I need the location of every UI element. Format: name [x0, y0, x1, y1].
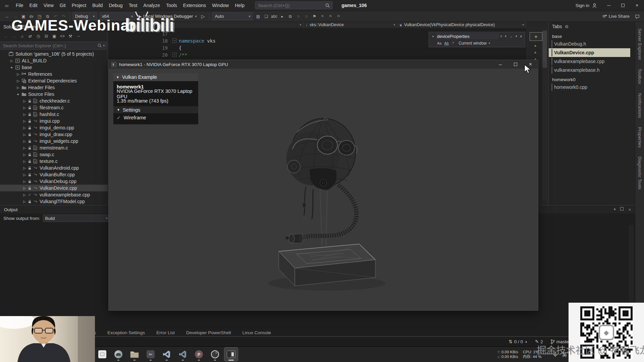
- spell-check-icon[interactable]: abc: [270, 13, 278, 20]
- tree-item[interactable]: ▷⁺+VulkanDebug.cpp: [0, 178, 108, 185]
- expand-closed-icon[interactable]: ▷: [22, 139, 27, 143]
- tree-item[interactable]: ▷cfilestream.c: [0, 104, 108, 111]
- tab-item-vulkanexamplebase-h[interactable]: vulkanexamplebase.h: [549, 66, 630, 74]
- expand-closed-icon[interactable]: ▷: [22, 166, 27, 170]
- maximize-button[interactable]: [616, 0, 630, 11]
- menu-test[interactable]: Test: [126, 0, 141, 11]
- breadcrumb-type-dropdown[interactable]: ↓ vks::VulkanDevice▾: [304, 22, 397, 28]
- start-without-debugging-icon[interactable]: ▷: [199, 12, 207, 20]
- indent-increase-icon[interactable]: ≡: [303, 13, 310, 20]
- find-close-icon[interactable]: ×: [518, 34, 524, 39]
- menu-view[interactable]: View: [41, 0, 57, 11]
- expand-closed-icon[interactable]: ▷: [22, 193, 27, 197]
- find-options-caret-icon[interactable]: ▾: [503, 35, 508, 38]
- sync-status[interactable]: ⇅ 0 / 0▲: [508, 339, 528, 344]
- tree-item[interactable]: ▷⁺+VulkanDevice.cpp: [0, 185, 108, 191]
- expand-closed-icon[interactable]: ▷: [22, 186, 27, 190]
- taskbar-snipping-tool-icon[interactable]: ✂: [144, 348, 157, 361]
- menu-file[interactable]: File: [13, 0, 26, 11]
- tree-item[interactable]: ▷⁺+imgui_widgets.cpp: [0, 138, 108, 144]
- expand-closed-icon[interactable]: ▷: [22, 113, 27, 116]
- solution-search-input[interactable]: [3, 43, 98, 48]
- menu-extensions[interactable]: Extensions: [180, 0, 209, 11]
- taskbar-vscode-icon[interactable]: [160, 348, 173, 361]
- tree-item[interactable]: ▾base: [0, 64, 108, 71]
- panel-tab-error-list[interactable]: Error List: [156, 330, 175, 335]
- fold-icon[interactable]: −: [172, 53, 177, 57]
- watch-scope-dropdown[interactable]: Auto▾: [212, 12, 253, 20]
- taskbar-obs-icon[interactable]: [208, 348, 222, 361]
- expand-closed-icon[interactable]: ▷: [22, 126, 27, 130]
- find-next-icon[interactable]: →: [508, 34, 514, 38]
- menu-debug[interactable]: Debug: [106, 0, 125, 11]
- tree-item[interactable]: ▷cmemstream.c: [0, 144, 108, 151]
- sign-in-link[interactable]: Sign in: [576, 3, 589, 8]
- expand-closed-icon[interactable]: ▷: [15, 86, 21, 89]
- feedback-icon[interactable]: [633, 12, 641, 20]
- tab-item-homework0-cpp[interactable]: homework0.cpp: [549, 83, 630, 92]
- side-tab-notifications[interactable]: Notifications: [637, 93, 642, 118]
- indent-decrease-icon[interactable]: ≡: [294, 13, 302, 20]
- side-tab-toolbox[interactable]: Toolbox: [637, 69, 642, 84]
- vulkan-app-window[interactable]: homework1 - NVIDIA GeForce RTX 3070 Lapt…: [108, 60, 538, 311]
- vulkan-maximize-button[interactable]: [508, 60, 523, 69]
- output-collapse-icon[interactable]: ▾: [614, 207, 616, 212]
- expand-closed-icon[interactable]: ▷: [9, 59, 14, 63]
- expand-closed-icon[interactable]: ▷: [22, 200, 27, 203]
- tree-item[interactable]: ▷ALL_BUILD: [0, 57, 108, 64]
- tree-item[interactable]: ▷⁺+imgui_draw.cpp: [0, 131, 108, 138]
- find-input[interactable]: [436, 33, 499, 39]
- clipboard-icon[interactable]: ▤: [254, 13, 262, 20]
- vulkan-viewport[interactable]: ▼ Vulkan Example homework1 NVIDIA GeForc…: [108, 69, 538, 311]
- find-scope-dropdown[interactable]: Current window▾: [459, 41, 490, 46]
- imgui-collapsing-header[interactable]: ▼ Vulkan Example: [113, 73, 198, 81]
- tree-item[interactable]: ▷⁺+VulkanAndroid.cpp: [0, 165, 108, 171]
- expand-closed-icon[interactable]: ▷: [22, 153, 27, 157]
- taskbar-vulkan-app-icon[interactable]: [224, 348, 238, 361]
- taskbar-file-explorer-icon[interactable]: [128, 348, 141, 361]
- tree-item[interactable]: ▷chashlist.c: [0, 111, 108, 118]
- side-tab-properties[interactable]: Properties: [637, 127, 642, 148]
- tab-item-vulkandebug-h[interactable]: VulkanDebug.h: [549, 40, 630, 48]
- menu-project[interactable]: Project: [69, 0, 90, 11]
- nav-backward-icon[interactable]: ←: [4, 13, 11, 20]
- se-back-icon[interactable]: ←: [2, 33, 10, 40]
- copy-item-icon[interactable]: ⧉: [286, 13, 294, 20]
- menu-help[interactable]: Help: [232, 0, 248, 11]
- menu-analyze[interactable]: Analyze: [140, 0, 163, 11]
- vulkan-window-titlebar[interactable]: homework1 - NVIDIA GeForce RTX 3070 Lapt…: [108, 60, 538, 69]
- tree-item[interactable]: ▷External Dependencies: [0, 77, 108, 84]
- bookmark-icon[interactable]: ⚑: [311, 13, 318, 20]
- tab-item-vulkanexamplebase-cpp[interactable]: vulkanexamplebase.cpp: [549, 57, 630, 66]
- imgui-settings-header[interactable]: ▼ Settings: [113, 106, 198, 113]
- tree-item[interactable]: ▷ccheckheader.c: [0, 98, 108, 104]
- tree-item[interactable]: ▷cswap.c: [0, 151, 108, 158]
- expand-closed-icon[interactable]: ▷: [22, 160, 27, 163]
- quick-search-box[interactable]: [255, 1, 333, 9]
- menu-window[interactable]: Window: [209, 0, 232, 11]
- vulkan-minimize-button[interactable]: ─: [493, 60, 508, 69]
- minimize-button[interactable]: ─: [602, 0, 616, 11]
- find-direction-caret-icon[interactable]: ▾: [514, 35, 519, 38]
- side-tab-server-explorer[interactable]: Server Explorer: [637, 28, 642, 60]
- navigate-cursor-icon[interactable]: ▸: [278, 13, 286, 20]
- add-tab-icon[interactable]: +: [530, 32, 542, 41]
- expand-closed-icon[interactable]: ▷: [22, 99, 27, 103]
- menu-build[interactable]: Build: [89, 0, 106, 11]
- live-share-button[interactable]: Live Share: [602, 14, 630, 19]
- solution-search-box[interactable]: ▾: [1, 42, 107, 50]
- find-clear-icon[interactable]: ×: [499, 34, 503, 38]
- panel-tab-exception-settings[interactable]: Exception Settings: [107, 330, 145, 335]
- breadcrumb-member-dropdown[interactable]: ◈ VulkanDevice(VkPhysicalDevice physical…: [397, 22, 526, 28]
- taskbar-white-app-icon[interactable]: [96, 348, 109, 361]
- tree-item[interactable]: ▷⁺+imgui.cpp: [0, 118, 108, 124]
- search-input[interactable]: [258, 3, 325, 8]
- menu-edit[interactable]: Edit: [26, 0, 41, 11]
- expand-closed-icon[interactable]: ▷: [22, 119, 27, 123]
- window-preview-icon[interactable]: ❏: [262, 13, 270, 20]
- tree-item[interactable]: ▷References: [0, 71, 108, 77]
- bookmark-next-icon[interactable]: ⚑: [327, 13, 334, 20]
- regex-button[interactable]: .*: [450, 41, 455, 45]
- expand-closed-icon[interactable]: ▷: [15, 72, 21, 76]
- tree-item[interactable]: ▷⁺+imgui_demo.cpp: [0, 124, 108, 131]
